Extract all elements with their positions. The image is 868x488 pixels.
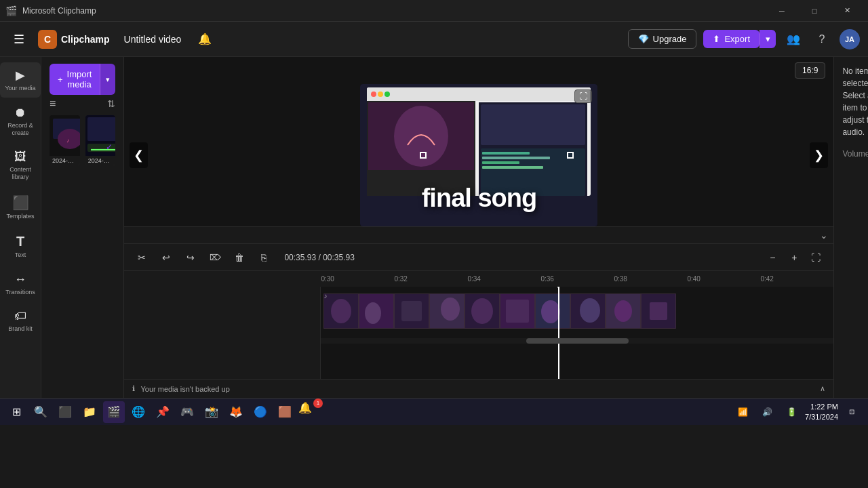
- time-current: 00:35.93: [284, 253, 316, 262]
- svg-rect-14: [367, 87, 591, 101]
- media-item-2-label: 2024-07-29 1...: [85, 156, 116, 165]
- track-area[interactable]: ♪: [321, 287, 833, 379]
- track-labels: [124, 287, 321, 379]
- app-icon: 🎬: [5, 5, 17, 16]
- media-toolbar: ≡ ⇅: [41, 95, 123, 113]
- svg-point-16: [378, 92, 383, 97]
- backup-bar: ℹ Your media isn't backed up ∧: [124, 379, 833, 398]
- delete-button[interactable]: 🗑: [230, 248, 249, 267]
- avatar[interactable]: JA: [840, 29, 860, 49]
- start-button[interactable]: ⊞: [5, 401, 27, 423]
- zoom-in-button[interactable]: +: [785, 248, 804, 267]
- split-button[interactable]: ✂: [132, 248, 151, 267]
- maximize-button[interactable]: □: [799, 0, 830, 22]
- network-button[interactable]: 📶: [732, 401, 753, 423]
- taskbar-pinned-1[interactable]: 🌐: [127, 401, 149, 423]
- svg-rect-24: [482, 152, 530, 155]
- export-label: Export: [724, 34, 750, 44]
- expand-button[interactable]: ⛶: [574, 89, 592, 103]
- transform-handle-tl[interactable]: [420, 152, 427, 159]
- zoom-out-button[interactable]: −: [763, 248, 782, 267]
- battery-button[interactable]: 🔋: [781, 401, 802, 423]
- filter-button[interactable]: ≡: [50, 98, 56, 110]
- playhead[interactable]: [558, 287, 559, 379]
- undo-button[interactable]: ↩: [157, 248, 176, 267]
- task-view-button[interactable]: ⬛: [54, 401, 76, 423]
- sidebar-item-transitions[interactable]: ↔ Transitions: [0, 267, 41, 302]
- taskbar-pinned-3[interactable]: 🎮: [176, 401, 198, 423]
- preview-top-bar: 16:9: [124, 57, 833, 84]
- redo-button[interactable]: ↪: [181, 248, 200, 267]
- export-button[interactable]: ⬆ Export: [703, 30, 760, 48]
- more-options-row: ⌄: [124, 226, 833, 243]
- record-create-icon: ⏺: [14, 106, 26, 120]
- svg-rect-27: [482, 166, 543, 169]
- share-button[interactable]: 👥: [783, 28, 804, 50]
- brand-kit-label: Brand kit: [8, 325, 33, 333]
- sidebar-item-content-library[interactable]: 🖼 Content library: [0, 144, 41, 186]
- preview-frame: final song ⛶: [360, 84, 597, 226]
- copy-button[interactable]: ⎘: [254, 248, 273, 267]
- ruler-mark-6: 0:42: [760, 275, 833, 283]
- taskbar-pinned-4[interactable]: 📸: [201, 401, 222, 423]
- taskbar-pinned-2[interactable]: 📌: [152, 401, 174, 423]
- media-item-1[interactable]: ♪ 2024-07-31 13...: [50, 115, 80, 165]
- time-total: 00:35.93: [323, 253, 355, 262]
- taskbar-pinned-7[interactable]: 🟫: [274, 401, 296, 423]
- taskbar-pinned-5[interactable]: 🦊: [225, 401, 247, 423]
- media-item-2[interactable]: ▬▬▬▬▬▬ ✓ 2024-07-29 1...: [85, 115, 116, 165]
- notifications-button[interactable]: 🔔 1: [298, 401, 320, 423]
- video-title[interactable]: Untitled video: [118, 30, 188, 48]
- backup-chevron[interactable]: ∧: [820, 384, 825, 393]
- svg-point-41: [541, 300, 560, 323]
- media-grid: ♪ 2024-07-31 13... ▬▬▬▬▬▬: [41, 113, 123, 168]
- sort-button[interactable]: ⇅: [107, 98, 115, 109]
- import-dropdown-button[interactable]: ▾: [100, 64, 115, 95]
- export-dropdown-button[interactable]: ▾: [760, 30, 776, 48]
- upgrade-gem-icon: 💎: [638, 34, 649, 44]
- upgrade-button[interactable]: 💎 Upgrade: [628, 29, 697, 49]
- time-display: 00:35.93 / 00:35.93: [284, 253, 354, 262]
- fullscreen-button[interactable]: ⛶: [806, 248, 825, 267]
- aspect-ratio-button[interactable]: 16:9: [795, 62, 825, 79]
- preview-canvas: ❮: [124, 84, 833, 226]
- notification-icon: 🔔: [198, 33, 212, 45]
- taskbar-pinned-6[interactable]: 🔵: [250, 401, 271, 423]
- transform-handle-tr[interactable]: [567, 152, 574, 159]
- next-nav-button[interactable]: ❯: [810, 142, 828, 168]
- import-row: + Import media ▾: [50, 64, 115, 95]
- menu-button[interactable]: ☰: [8, 28, 30, 50]
- sidebar-item-templates[interactable]: ⬛ Templates: [0, 189, 41, 226]
- scrollbar-thumb[interactable]: [526, 338, 629, 344]
- left-sidebar: ▶ Your media ⏺ Record & create 🖼 Content…: [0, 57, 41, 398]
- cut-button[interactable]: ⌦: [205, 248, 224, 267]
- help-button[interactable]: ?: [811, 28, 833, 50]
- sidebar-item-record-create[interactable]: ⏺ Record & create: [0, 100, 41, 142]
- film-strip: ♪: [323, 292, 676, 330]
- svg-point-45: [614, 300, 632, 322]
- film-frame-10: [641, 293, 676, 329]
- search-button[interactable]: 🔍: [30, 401, 52, 423]
- taskbar-time: 1:22 PM: [805, 402, 838, 411]
- system-tray-expand[interactable]: ⊡: [841, 401, 863, 423]
- close-button[interactable]: ✕: [831, 0, 863, 22]
- volume-button[interactable]: 🔊: [756, 401, 778, 423]
- sidebar-item-brand-kit[interactable]: 🏷 Brand kit: [0, 304, 41, 338]
- film-frame-7: [535, 293, 570, 329]
- svg-point-17: [384, 92, 390, 97]
- more-options-button[interactable]: ⌄: [820, 230, 828, 241]
- prev-nav-button[interactable]: ❮: [130, 142, 148, 168]
- timeline-controls: ✂ ↩ ↪ ⌦ 🗑 ⎘ 00:35.93 / 00:35.93 − + ⛶: [124, 243, 833, 270]
- zoom-controls: − + ⛶: [763, 248, 825, 267]
- timeline-ruler: 0:30 0:32 0:34 0:36 0:38 0:40 0:42: [124, 270, 833, 287]
- svg-point-31: [365, 302, 381, 324]
- files-button[interactable]: 📁: [79, 401, 100, 423]
- sidebar-item-your-media[interactable]: ▶ Your media: [0, 62, 41, 98]
- sidebar-item-text[interactable]: T Text: [0, 228, 41, 264]
- minimize-button[interactable]: ─: [766, 0, 797, 22]
- import-icon: +: [58, 75, 63, 85]
- timeline-scrollbar[interactable]: [321, 338, 833, 344]
- film-frame-2: [359, 293, 394, 329]
- import-media-button[interactable]: + Import media: [50, 64, 100, 95]
- taskbar-clipchamp-button[interactable]: 🎬: [103, 401, 125, 423]
